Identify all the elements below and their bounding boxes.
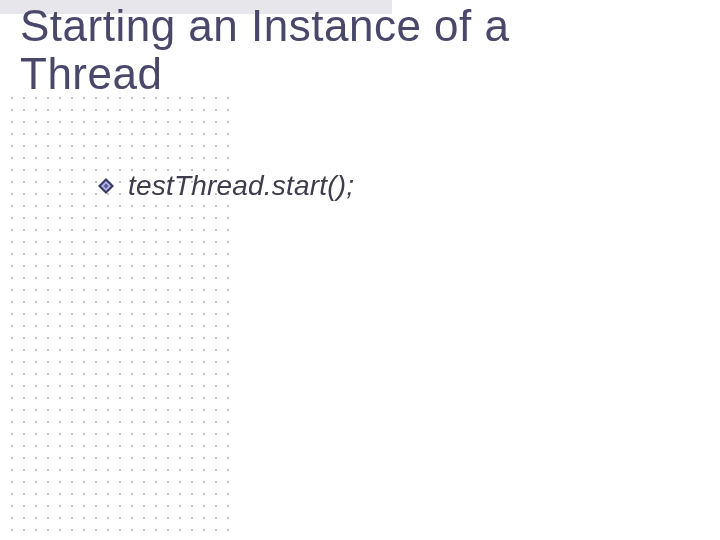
dot-grid-background — [6, 92, 236, 532]
slide-body: testThread.start(); — [98, 170, 354, 202]
slide-title: Starting an Instance of a Thread — [20, 2, 580, 97]
bullet-item: testThread.start(); — [98, 170, 354, 202]
diamond-bullet-icon — [98, 178, 114, 194]
slide: Starting an Instance of a Thread testThr… — [0, 0, 720, 540]
bullet-text: testThread.start(); — [128, 170, 354, 202]
